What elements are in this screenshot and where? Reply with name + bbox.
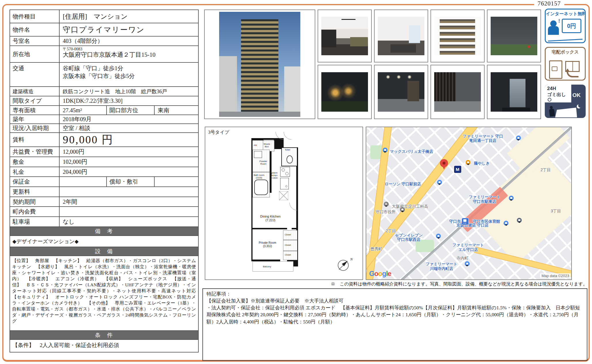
garbage-dashi-label: ゴミ出し	[547, 92, 566, 98]
person-icon	[549, 108, 555, 117]
table-row: 更新料	[10, 186, 198, 197]
compass-n-label: N	[350, 257, 353, 262]
section-header-jouken: 条 件	[10, 330, 198, 339]
special-notes-box: 特記事項： 【保証会社加入要】※別途連帯保証人必要 ※大手法人相談可 ・法人契約…	[202, 288, 587, 361]
person-at-pc-icon	[550, 20, 557, 27]
table-row: 所在地 〒570-0083大阪府守口市京阪本通２丁目15-10	[10, 45, 198, 62]
table-row: 契約期間2年間	[10, 197, 198, 206]
fridge-space-icon	[279, 191, 288, 200]
floorplan-drawing: mb Shoes Box Toilet Powder Room Bath roo…	[251, 131, 298, 272]
table-row: 礼金204,000円	[10, 167, 198, 176]
building-photo-art	[219, 12, 301, 117]
setsubi-text: 【位置】 角部屋 【キッチン】 給湯器（都市ガス）・ガスコンロ（2口）・システム…	[10, 256, 198, 330]
zero-yen-label: 0円	[567, 22, 576, 30]
table-row: 駐車場なし	[10, 216, 198, 226]
map-pin-school: 文	[384, 202, 389, 207]
photo-building-exterior	[204, 9, 315, 119]
table-row: 専有面積27.45m²開口部方位東南	[10, 105, 198, 115]
google-logo: Google	[369, 270, 391, 278]
table-row: 物件名守口プライマリーワン	[10, 23, 198, 36]
document-number: 7620157	[534, 0, 564, 7]
map: M マックスバリュ太子橋店 ファミリーマート 守口 竜田通一丁目店 麺やしき 2…	[366, 127, 572, 280]
arrow-icon	[567, 70, 578, 77]
garbage-24h-label: 24H	[547, 86, 556, 92]
map-pin-convenience	[516, 136, 521, 140]
photo-bedroom	[374, 9, 428, 62]
internet-free-label: インターネット無料	[546, 9, 585, 17]
fp-balcony	[253, 261, 293, 272]
map-attribution: Map data ©2023	[540, 273, 571, 278]
compass-icon	[337, 259, 350, 272]
jouken-text: 【条件】 2人入居可能・保証会社利用必須	[10, 339, 198, 352]
garbage-bin-icon	[555, 108, 577, 117]
disclaimer-note: ※ この資料は物件の概略紹介資料になります。写真、間取図面、設備、概要などが現況…	[331, 281, 587, 287]
badge-internet-free: インターネット無料 ! 0円	[545, 9, 586, 43]
table-row: 保証金償却・敷引	[10, 176, 198, 186]
property-table: 物件種目[住居用] マンション 物件名守口プライマリーワン 号室名403（4階部…	[10, 9, 199, 352]
photo-building-tiers	[430, 9, 485, 62]
station-icon	[462, 218, 469, 225]
section-header-bikou: 備 考	[10, 226, 198, 235]
map-pin-convenience	[436, 234, 441, 239]
photo-night-entrance	[318, 65, 372, 119]
photo-corridor	[430, 65, 485, 119]
rent-amount: 90,000 円	[60, 133, 198, 146]
toilet-bowl-icon	[286, 155, 293, 163]
locker-icon	[549, 60, 562, 79]
badge-24h-garbage: 24H ゴミ出し OK	[545, 85, 586, 118]
table-row: 共益費・管理費12,000円	[10, 146, 198, 157]
table-row: 敷金102,000円	[10, 157, 198, 167]
photo-living-room	[318, 9, 372, 62]
delivery-box-label: 宅配ボックス	[546, 48, 585, 55]
photo-entrance-door	[487, 65, 541, 119]
garbage-ok-label: OK	[572, 92, 581, 98]
map-pin-convenience	[437, 180, 442, 185]
map-pin-gym	[517, 218, 522, 223]
photo-exterior-greenery	[487, 9, 541, 62]
map-pin-convenience	[509, 196, 514, 201]
table-row: 建築構造鉄筋コンクリート造 地上10階 総戸数36戸	[10, 86, 198, 96]
table-row: 現況/入居時期空室 / 相談	[10, 123, 198, 132]
sun-icon	[548, 98, 551, 102]
section-header-setsubi: 設 備	[10, 247, 198, 256]
table-row: 築年2018年09月	[10, 115, 198, 123]
kitchen-sink-icon	[280, 178, 289, 189]
table-row: 間取タイプ1DK[DK:7.22/洋室:3.30]	[10, 96, 198, 105]
badge-delivery-box: 宅配ボックス	[545, 47, 586, 81]
floorplan-type-label: 3号タイプ	[208, 129, 229, 136]
table-row: 物件種目[住居用] マンション	[10, 10, 198, 23]
stove-icon	[280, 167, 290, 177]
table-row: 町内会費	[10, 206, 198, 216]
bathtub-icon	[254, 180, 268, 195]
table-row: 交通谷町線「守口」徒歩1分 京阪本線「守口市」徒歩5分	[10, 62, 198, 86]
osaka-metro-icon: M	[454, 165, 462, 174]
monitor-icon: 0円	[562, 19, 581, 33]
floorplan-panel: 3号タイプ mb Shoes Box Toilet Powder Room Ba…	[205, 127, 363, 280]
map-pin-convenience	[465, 261, 470, 266]
postal-code: 〒570-0083	[63, 47, 198, 51]
bikou-text: ◆デザイナーズマンション◆	[10, 235, 198, 247]
photo-lobby	[374, 65, 428, 119]
moon-icon	[578, 104, 582, 108]
address: 大阪府守口市京阪本通２丁目15-10	[63, 51, 198, 58]
map-pin-restaurant	[466, 160, 470, 165]
table-row-rent: 賃料90,000 円	[10, 132, 198, 146]
table-row: 号室名403（4階部分）	[10, 36, 198, 45]
